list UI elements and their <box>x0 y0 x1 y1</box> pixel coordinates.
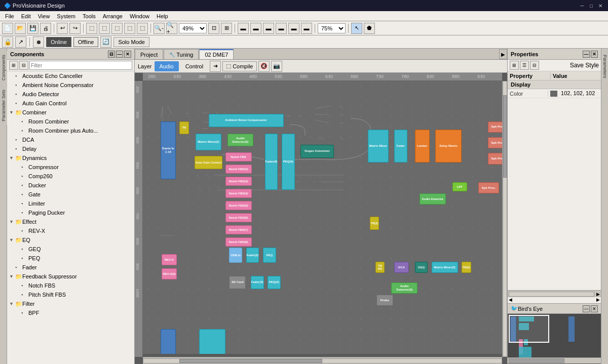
block-audio-det1[interactable]: Audio Detector(2) <box>227 134 254 147</box>
block-spk-proc4[interactable]: Spk Proc. <box>478 182 499 193</box>
draw-tool[interactable]: ⬟ <box>364 23 375 34</box>
block-rev-x[interactable]: REV-X <box>162 254 177 265</box>
block-notch-fbs8[interactable]: Notch FBS(8) <box>225 237 252 247</box>
tree-item[interactable]: ▪Pitch Shift FBS <box>7 290 134 299</box>
block-fader4[interactable]: Fader(3) <box>251 276 264 289</box>
vscroll-track[interactable] <box>503 81 507 357</box>
block-lpf[interactable]: LPF <box>452 182 468 192</box>
block-notch-fbs4[interactable]: Notch FBS(4) <box>225 189 252 198</box>
block-dugan[interactable]: Dugan Automixer <box>300 145 334 158</box>
canvas-area[interactable]: 280 330 380 430 480 530 580 630 680 730 … <box>135 73 507 364</box>
minimize-button[interactable]: ─ <box>579 2 586 9</box>
tree-item[interactable]: ▪Ducker <box>7 181 134 190</box>
compile-button[interactable]: ⬚ Compile <box>222 61 256 71</box>
icon10[interactable]: ▬ <box>288 23 299 34</box>
block-spk-proc1[interactable]: Spk Proc. <box>488 122 502 133</box>
birds-eye-close[interactable]: ✕ <box>591 305 598 312</box>
color-property-value[interactable]: 102, 102, 102 <box>548 90 601 97</box>
redo-button[interactable]: ↪ <box>69 23 81 34</box>
right-tab-parameters[interactable]: Parameters <box>601 51 609 83</box>
save-style-button[interactable]: Save Style <box>570 62 599 69</box>
block-tr-21b[interactable]: TR(2) <box>462 262 471 273</box>
tree-item[interactable]: ▼📁Dynamics <box>7 153 134 163</box>
block-notch-fbs5[interactable]: Notch FBS(5) <box>225 201 252 211</box>
block-spk-proc3[interactable]: Spk Proc. <box>488 153 502 164</box>
block-fader2[interactable]: Fader <box>394 130 407 163</box>
maximize-button[interactable]: □ <box>588 2 595 9</box>
tree-item[interactable]: ▼📁Feedback Suppressor <box>7 272 134 281</box>
block-peq3[interactable]: PEQ(2) <box>268 276 281 289</box>
be-hscroll[interactable] <box>508 357 601 363</box>
block-sd-card[interactable]: SD Card <box>229 276 246 289</box>
block-usb-in[interactable]: USB In <box>229 248 242 263</box>
block-fader3[interactable]: Fader(2) <box>246 248 259 263</box>
vscroll-thumb[interactable] <box>503 95 507 178</box>
offline-button[interactable]: Offline <box>73 37 99 47</box>
tab-scroll-button[interactable]: ▶ <box>499 49 507 59</box>
vertical-scrollbar[interactable] <box>502 81 507 357</box>
close-button[interactable]: ✕ <box>597 2 604 9</box>
block-dante-in-116[interactable]: Dante In 1-16 <box>161 122 176 180</box>
menu-tools[interactable]: Tools <box>80 12 99 20</box>
tree-item[interactable]: ▼📁Effect <box>7 217 134 226</box>
properties-pin-button[interactable]: — <box>583 51 590 58</box>
menu-window[interactable]: Window <box>127 12 153 20</box>
menu-view[interactable]: View <box>35 12 53 20</box>
prop-nav-left[interactable]: ◀ <box>509 297 512 302</box>
block-geq[interactable]: GEQ <box>415 262 428 273</box>
block-limiter[interactable]: Limiter <box>415 130 430 163</box>
tree-item[interactable]: ▼📁EQ <box>7 235 134 245</box>
prop-hscroll[interactable]: ▶ <box>508 290 601 297</box>
tab-tuning[interactable]: 🔧 Tuning <box>164 49 199 59</box>
prop-scroll-right[interactable]: ▶ <box>595 292 601 297</box>
block-notch-fbs7[interactable]: Notch FBS(7) <box>225 225 252 235</box>
tree-item[interactable]: ▼📁Combiner <box>7 108 134 117</box>
be-viewport[interactable] <box>509 315 549 343</box>
zoom-reset-button[interactable]: ⊡ <box>208 23 219 34</box>
filter-input[interactable] <box>29 61 132 70</box>
tab-project[interactable]: Project <box>135 49 163 59</box>
block-probe[interactable]: Probe <box>376 295 393 306</box>
tree-item[interactable]: ▪Fader <box>7 263 134 272</box>
be-hscroll-thumb[interactable] <box>509 358 564 363</box>
icon7[interactable]: ▬ <box>250 23 261 34</box>
prop-nav-right[interactable]: ▶ <box>596 297 600 302</box>
lock-button[interactable]: 🔒 <box>2 36 13 48</box>
fit-button[interactable]: ⊞ <box>221 23 232 34</box>
tree-item[interactable]: ▪Comp260 <box>7 172 134 181</box>
tree-item[interactable]: ▪Paging Ducker <box>7 208 134 217</box>
tree-item[interactable]: ▪BPF <box>7 308 134 317</box>
menu-help[interactable]: Help <box>154 12 171 20</box>
tree-item[interactable]: ▪Gate <box>7 190 134 199</box>
components-pin-button[interactable]: — <box>116 51 123 58</box>
hscroll-thumb[interactable] <box>179 359 323 363</box>
print-button[interactable]: 🖨 <box>40 23 51 34</box>
block-notch-fbs3[interactable]: Notch FBS(3) <box>225 177 252 186</box>
block-notch-fbs2[interactable]: Notch FBS(2) <box>225 165 252 174</box>
block-notch-fbs1[interactable]: Notch FBS <box>225 152 252 162</box>
menu-arrange[interactable]: Arrange <box>100 12 126 20</box>
icon11[interactable]: ▬ <box>301 23 312 34</box>
arrow-icon[interactable]: ➜ <box>210 61 221 72</box>
tree-item[interactable]: ▪Audio Detector <box>7 90 134 99</box>
save-button[interactable]: 💾 <box>27 23 39 34</box>
block-fader1[interactable]: Fader(4) <box>265 134 278 190</box>
components-close-button[interactable]: ✕ <box>124 51 131 58</box>
block-rev-x2[interactable]: REV-X(2) <box>162 268 177 279</box>
menu-file[interactable]: File <box>2 12 17 20</box>
zoom-out-button[interactable]: 🔍- <box>154 23 165 34</box>
prop-view1-button[interactable]: ⊞ <box>510 61 519 70</box>
icon4[interactable]: ⬚ <box>124 23 135 34</box>
block-tr-21[interactable]: TR(2) <box>370 217 379 230</box>
block-notch-fbs6[interactable]: Notch FBS(6) <box>225 213 252 223</box>
icon1[interactable]: ⬚ <box>86 23 97 34</box>
horizontal-scrollbar[interactable] <box>143 357 502 364</box>
arrow-button[interactable]: ↗ <box>15 36 26 48</box>
prop-view2-button[interactable]: ☰ <box>520 61 529 70</box>
prop-hscroll-track[interactable] <box>509 292 594 297</box>
block-peq2[interactable]: PEQ <box>263 248 276 263</box>
icon2[interactable]: ⬚ <box>99 23 110 34</box>
icon5[interactable]: ⬚ <box>137 23 148 34</box>
tree-item[interactable]: ▪GEQ <box>7 245 134 254</box>
tree-item[interactable]: ▪Delay <box>7 144 134 153</box>
